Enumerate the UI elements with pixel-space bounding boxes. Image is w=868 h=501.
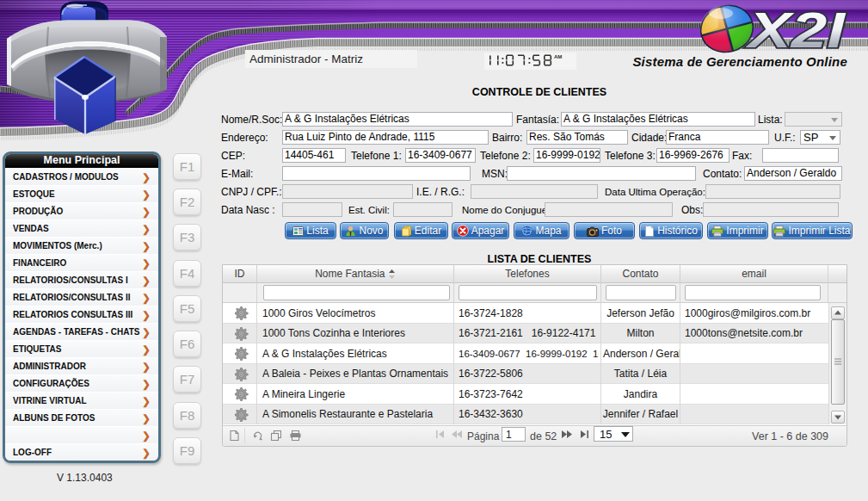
- svg-text:X2I: X2I: [745, 3, 846, 58]
